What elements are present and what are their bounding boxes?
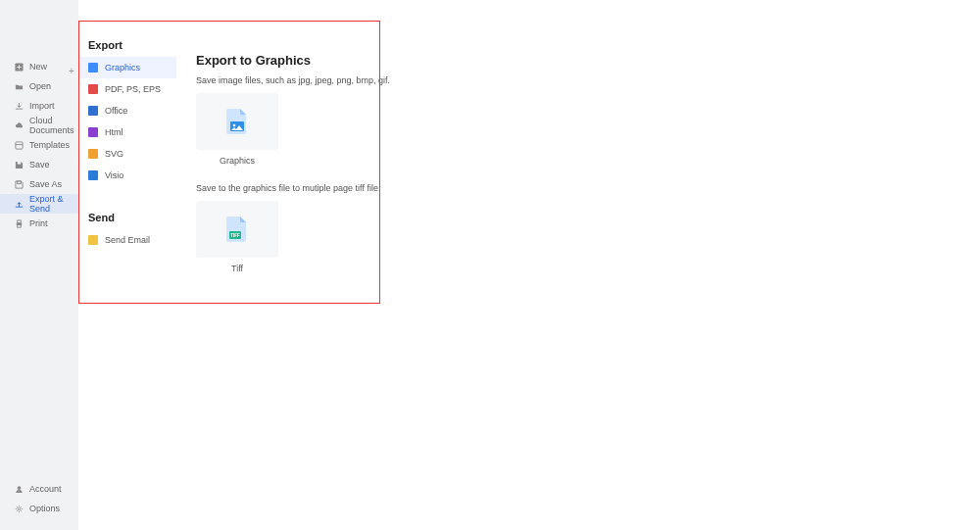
tile-label: Tiff — [231, 264, 243, 273]
svg-text:TIFF: TIFF — [230, 233, 240, 238]
sidebar-item-label: Templates — [29, 140, 70, 150]
export-icon — [14, 199, 24, 209]
export-panel: Export Graphics PDF, PS, EPS Office Html… — [78, 0, 176, 530]
svg-rect-22 — [17, 224, 21, 227]
sidebar-item-label: Print — [29, 218, 48, 228]
office-icon — [88, 106, 98, 116]
email-icon — [88, 235, 98, 245]
sidebar-item-import[interactable]: Import — [0, 96, 78, 116]
sidebar-item-label: Open — [29, 81, 51, 91]
sidebar-item-label: Options — [29, 504, 60, 513]
export-item-visio[interactable]: Visio — [78, 165, 176, 186]
send-item-email[interactable]: Send Email — [78, 229, 176, 251]
export-item-label: Visio — [105, 170, 123, 180]
folder-icon — [14, 81, 24, 91]
sidebar-item-label: Import — [29, 101, 55, 111]
sidebar-item-account[interactable]: Account — [0, 479, 78, 499]
visio-icon — [88, 170, 98, 180]
svg-icon — [88, 149, 98, 159]
print-icon — [14, 218, 24, 228]
graphics-file-icon — [196, 93, 278, 150]
templates-icon — [14, 140, 24, 150]
page-title: Export to Graphics — [196, 53, 960, 68]
svg-point-26 — [233, 124, 236, 127]
export-item-html[interactable]: Html — [78, 121, 176, 143]
import-icon — [14, 101, 24, 111]
export-item-pdf[interactable]: PDF, PS, EPS — [78, 78, 176, 100]
pdf-icon — [88, 84, 98, 94]
sidebar-item-cloud[interactable]: Cloud Documents — [0, 116, 78, 135]
sidebar-item-label: New — [29, 62, 47, 72]
description-1: Save image files, such as jpg, jpeg, png… — [196, 75, 960, 85]
export-item-graphics[interactable]: Graphics — [78, 57, 176, 78]
svg-rect-16 — [15, 141, 22, 148]
tile-label: Graphics — [220, 156, 255, 166]
sidebar-item-label: Save As — [29, 179, 62, 189]
svg-point-24 — [18, 507, 21, 510]
sidebar-item-export[interactable]: Export & Send — [0, 194, 78, 214]
svg-point-23 — [17, 486, 21, 490]
save-icon — [14, 160, 24, 169]
export-item-svg[interactable]: SVG — [78, 143, 176, 165]
send-section-title: Send — [78, 208, 176, 229]
export-section-title: Export — [78, 35, 176, 57]
gear-icon — [14, 504, 24, 513]
sidebar-item-options[interactable]: Options — [0, 499, 78, 518]
sidebar-item-label: Account — [29, 484, 62, 494]
sidebar-item-label: Export & Send — [29, 194, 71, 214]
description-2: Save to the graphics file to mutiple pag… — [196, 183, 960, 193]
send-item-label: Send Email — [105, 235, 150, 245]
sidebar-item-label: Cloud Documents — [29, 116, 74, 135]
tiff-file-icon: TIFF — [196, 201, 278, 258]
graphics-icon — [88, 63, 98, 72]
html-icon — [88, 127, 98, 137]
export-item-label: SVG — [105, 149, 123, 159]
main-content: Export to Graphics Save image files, suc… — [176, 0, 980, 530]
sidebar-item-save[interactable]: Save — [0, 155, 78, 174]
new-plus-button[interactable]: + — [66, 65, 77, 76]
file-sidebar: New Open Import Cloud Documents Template… — [0, 0, 78, 530]
saveas-icon — [14, 179, 24, 189]
sidebar-item-open[interactable]: Open — [0, 76, 78, 96]
export-item-label: Office — [105, 106, 127, 116]
sidebar-item-templates[interactable]: Templates — [0, 135, 78, 155]
tile-graphics[interactable]: Graphics — [196, 93, 278, 166]
export-item-label: PDF, PS, EPS — [105, 84, 161, 94]
export-item-office[interactable]: Office — [78, 100, 176, 121]
sidebar-item-print[interactable]: Print — [0, 214, 78, 233]
sidebar-item-saveas[interactable]: Save As — [0, 174, 78, 194]
svg-rect-19 — [17, 180, 21, 183]
svg-rect-18 — [17, 161, 21, 164]
sidebar-item-label: Save — [29, 160, 50, 169]
export-item-label: Html — [105, 127, 123, 137]
user-icon — [14, 484, 24, 494]
plus-square-icon — [14, 62, 24, 72]
svg-rect-21 — [17, 219, 21, 222]
export-item-label: Graphics — [105, 63, 140, 72]
cloud-icon — [14, 120, 24, 130]
tile-tiff[interactable]: TIFF Tiff — [196, 201, 278, 273]
